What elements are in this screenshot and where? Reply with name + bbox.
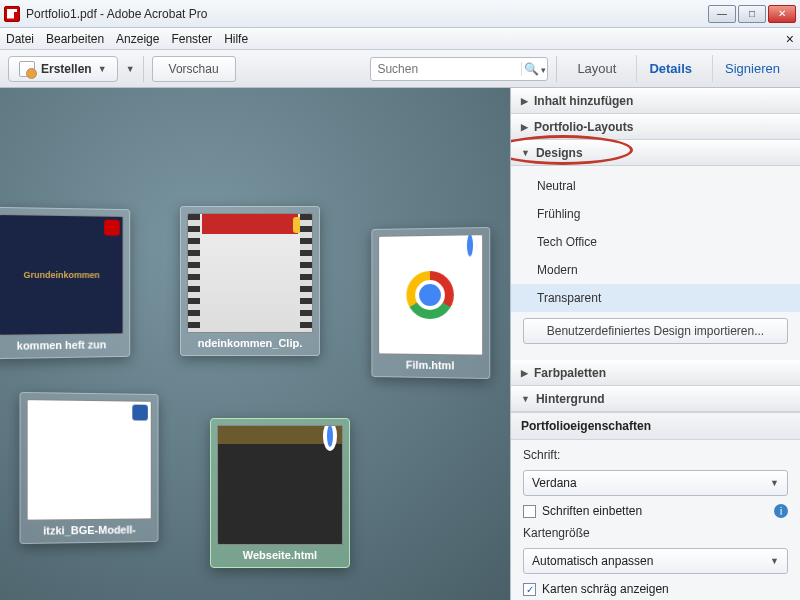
chevron-down-icon: ▼: [770, 478, 779, 488]
create-label: Erstellen: [41, 62, 92, 76]
font-label: Schrift:: [523, 448, 788, 462]
menu-help[interactable]: Hilfe: [224, 32, 248, 46]
menu-edit[interactable]: Bearbeiten: [46, 32, 104, 46]
embed-fonts-label: Schriften einbetten: [542, 504, 642, 518]
create-button[interactable]: Erstellen ▼: [8, 56, 118, 82]
portfolio-item[interactable]: Grundeinkommen kommen heft zun: [0, 207, 130, 359]
tilt-cards-label: Karten schräg anzeigen: [542, 582, 669, 596]
toolbar-divider: [143, 56, 144, 82]
triangle-down-icon: ▼: [521, 148, 530, 158]
menu-window[interactable]: Fenster: [171, 32, 212, 46]
chrome-badge-icon: [323, 429, 339, 445]
triangle-right-icon: ▶: [521, 368, 528, 378]
portfolio-item-selected[interactable]: Webseite.html: [210, 418, 350, 568]
design-option-modern[interactable]: Modern: [511, 256, 800, 284]
preview-button[interactable]: Vorschau: [152, 56, 236, 82]
thumbnail-label: itzki_BGE-Modell-: [27, 519, 152, 543]
binoculars-icon[interactable]: 🔍▾: [521, 62, 547, 76]
designs-list: Neutral Frühling Tech Office Modern Tran…: [511, 166, 800, 360]
card-size-dropdown[interactable]: Automatisch anpassen▼: [523, 548, 788, 574]
section-designs[interactable]: ▼Designs: [511, 140, 800, 166]
tilt-cards-checkbox[interactable]: ✓: [523, 583, 536, 596]
thumbnail-label: ndeinkommen_Clip.: [187, 333, 313, 355]
create-document-icon: [19, 61, 35, 77]
word-badge-icon: [132, 405, 148, 421]
card-size-label: Kartengröße: [523, 526, 788, 540]
section-background[interactable]: ▼Hintergrund: [511, 386, 800, 412]
chevron-down-icon: ▼: [98, 64, 107, 74]
thumbnail-label: Film.html: [378, 354, 483, 378]
triangle-right-icon: ▶: [521, 96, 528, 106]
tab-sign[interactable]: Signieren: [712, 55, 792, 82]
portfolio-item[interactable]: ndeinkommen_Clip.: [180, 206, 320, 356]
section-portfolio-layouts[interactable]: ▶Portfolio-Layouts: [511, 114, 800, 140]
menu-view[interactable]: Anzeige: [116, 32, 159, 46]
video-badge-icon: [293, 217, 309, 233]
portfolio-item[interactable]: itzki_BGE-Modell-: [20, 392, 159, 544]
details-panel: ▶Inhalt hinzufügen ▶Portfolio-Layouts ▼D…: [510, 88, 800, 600]
thumbnail-label: Webseite.html: [217, 545, 343, 567]
info-icon[interactable]: i: [774, 504, 788, 518]
embed-fonts-checkbox[interactable]: [523, 505, 536, 518]
triangle-down-icon: ▼: [521, 394, 530, 404]
tab-layout[interactable]: Layout: [565, 55, 628, 82]
toolbar-menu-chevron-icon[interactable]: ▼: [126, 64, 135, 74]
toolbar: Erstellen ▼ ▼ Vorschau 🔍▾ Layout Details…: [0, 50, 800, 88]
thumbnail-preview: [27, 399, 152, 521]
window-minimize-button[interactable]: —: [708, 5, 736, 23]
tab-details[interactable]: Details: [636, 55, 704, 82]
design-option-tech-office[interactable]: Tech Office: [511, 228, 800, 256]
chrome-icon: [406, 271, 454, 319]
search-input[interactable]: [371, 62, 521, 76]
chrome-badge-icon: [463, 238, 479, 254]
acrobat-app-icon: [4, 6, 20, 22]
window-maximize-button[interactable]: □: [738, 5, 766, 23]
thumbnail-preview: [187, 213, 313, 333]
pdf-badge-icon: [104, 220, 119, 236]
thumbnail-preview: Grundeinkommen: [0, 214, 123, 336]
window-close-button[interactable]: ✕: [768, 5, 796, 23]
menu-bar: Datei Bearbeiten Anzeige Fenster Hilfe ×: [0, 28, 800, 50]
section-add-content[interactable]: ▶Inhalt hinzufügen: [511, 88, 800, 114]
menu-file[interactable]: Datei: [6, 32, 34, 46]
triangle-right-icon: ▶: [521, 122, 528, 132]
chevron-down-icon: ▼: [770, 556, 779, 566]
portfolio-properties-header: Portfolioeigenschaften: [511, 412, 800, 440]
portfolio-canvas[interactable]: Grundeinkommen kommen heft zun ndeinkomm…: [0, 88, 510, 600]
thumbnail-label: kommen heft zun: [0, 334, 123, 358]
toolbar-divider: [556, 56, 557, 82]
design-option-fruehling[interactable]: Frühling: [511, 200, 800, 228]
section-color-palettes[interactable]: ▶Farbpaletten: [511, 360, 800, 386]
font-dropdown[interactable]: Verdana▼: [523, 470, 788, 496]
window-titlebar: Portfolio1.pdf - Adobe Acrobat Pro — □ ✕: [0, 0, 800, 28]
thumbnail-preview: [378, 234, 483, 355]
design-option-transparent[interactable]: Transparent: [511, 284, 800, 312]
portfolio-item[interactable]: Film.html: [371, 227, 490, 379]
design-option-neutral[interactable]: Neutral: [511, 172, 800, 200]
window-title: Portfolio1.pdf - Adobe Acrobat Pro: [26, 7, 708, 21]
thumbnail-preview: [217, 425, 343, 545]
document-close-icon[interactable]: ×: [786, 31, 794, 47]
import-custom-design-button[interactable]: Benutzerdefiniertes Design importieren..…: [523, 318, 788, 344]
search-field[interactable]: 🔍▾: [370, 57, 548, 81]
